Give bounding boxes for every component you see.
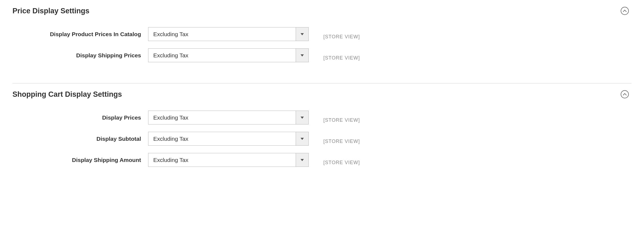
select-wrap: Excluding Tax: [148, 111, 309, 124]
field-label: Display Prices: [12, 114, 148, 121]
shopping-cart-display-settings-section: Shopping Cart Display Settings Display P…: [0, 83, 644, 185]
field-label: Display Shipping Amount: [12, 157, 148, 163]
scope-label: [STORE VIEW]: [323, 117, 360, 123]
fields-container: Display Product Prices In Catalog Exclud…: [0, 19, 644, 80]
fields-container: Display Prices Excluding Tax [STORE VIEW…: [0, 102, 644, 185]
price-display-settings-section: Price Display Settings Display Product P…: [0, 0, 644, 80]
scope-label: [STORE VIEW]: [323, 160, 360, 165]
display-prices-select[interactable]: Excluding Tax: [148, 111, 309, 124]
field-label: Display Product Prices In Catalog: [12, 31, 148, 38]
scope-label: [STORE VIEW]: [323, 139, 360, 144]
display-subtotal-select[interactable]: Excluding Tax: [148, 132, 309, 146]
field-row: Display Shipping Prices Excluding Tax [S…: [12, 48, 632, 62]
field-row: Display Subtotal Excluding Tax [STORE VI…: [12, 132, 632, 146]
display-shipping-amount-select[interactable]: Excluding Tax: [148, 153, 309, 167]
select-wrap: Excluding Tax: [148, 27, 309, 41]
display-product-prices-select[interactable]: Excluding Tax: [148, 27, 309, 41]
scope-label: [STORE VIEW]: [323, 34, 360, 40]
collapse-toggle-button[interactable]: [621, 90, 629, 98]
scope-label: [STORE VIEW]: [323, 55, 360, 61]
section-title: Shopping Cart Display Settings: [12, 90, 122, 99]
field-row: Display Prices Excluding Tax [STORE VIEW…: [12, 111, 632, 124]
section-title: Price Display Settings: [12, 7, 90, 15]
collapse-toggle-button[interactable]: [621, 7, 629, 15]
field-row: Display Shipping Amount Excluding Tax [S…: [12, 153, 632, 167]
field-row: Display Product Prices In Catalog Exclud…: [12, 27, 632, 41]
select-wrap: Excluding Tax: [148, 48, 309, 62]
display-shipping-prices-select[interactable]: Excluding Tax: [148, 48, 309, 62]
field-label: Display Shipping Prices: [12, 52, 148, 59]
section-header[interactable]: Price Display Settings: [0, 3, 644, 19]
select-wrap: Excluding Tax: [148, 153, 309, 167]
field-label: Display Subtotal: [12, 136, 148, 142]
select-wrap: Excluding Tax: [148, 132, 309, 146]
chevron-up-icon: [623, 10, 627, 14]
chevron-up-icon: [623, 93, 627, 97]
section-header[interactable]: Shopping Cart Display Settings: [0, 86, 644, 102]
